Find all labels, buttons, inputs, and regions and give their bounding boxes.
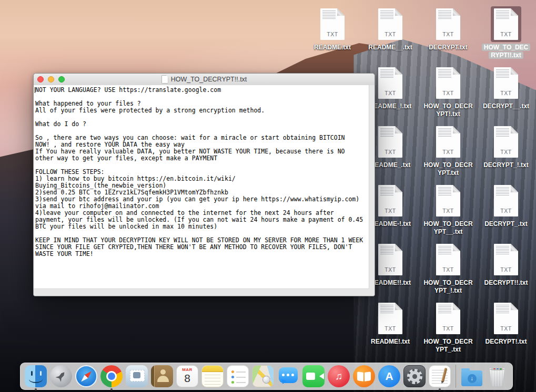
icon-label: DECRYPT!.txt: [486, 338, 527, 345]
txt-file-icon: TXT: [491, 6, 521, 42]
icon-label: README.txt: [314, 44, 351, 51]
txt-file-icon: TXT: [491, 183, 521, 219]
facetime-icon: [302, 365, 325, 387]
running-indicator: [35, 388, 37, 390]
icon-label: DECRYPT.txt: [429, 44, 468, 51]
notes-icon: [201, 365, 224, 387]
zoom-button[interactable]: [58, 76, 65, 82]
desktop-icon-decrypt-2[interactable]: TXT DECRYPT_!.txt: [477, 124, 535, 169]
document-icon: [161, 75, 168, 84]
icon-label: README-!.txt: [370, 220, 411, 228]
txt-file-icon: TXT: [491, 242, 521, 277]
desktop-icon-how-to-decrypt-2[interactable]: TXT HOW_TO_DECRYPT.txt: [419, 124, 477, 177]
txt-file-icon: TXT: [491, 124, 521, 160]
dock-item-reminders[interactable]: [226, 365, 249, 388]
txt-file-icon: TXT: [433, 6, 463, 42]
dock-item-calendar[interactable]: MAR 8: [176, 365, 199, 388]
app-store-icon: A: [378, 365, 400, 387]
dock-item-chrome[interactable]: [100, 365, 123, 388]
desktop-screen: TXT README.txt TXT README__.txt TXT DECR…: [0, 0, 536, 392]
desktop-icon-readme--[interactable]: TXT README__.txt: [361, 6, 419, 51]
icon-label: DECRYPT!!.txt: [484, 279, 528, 286]
downloads-folder-icon: ↓: [461, 370, 482, 386]
text-cursor: [35, 87, 35, 93]
icon-label: DECRYPT_!.txt: [483, 161, 529, 169]
desktop-icon-decrypt-1[interactable]: TXT DECRYPT__.txt: [477, 65, 535, 110]
dock-item-finder[interactable]: [24, 365, 47, 388]
desktop-icon-decrypt[interactable]: TXT DECRYPT.txt: [419, 6, 477, 51]
txt-file-icon: TXT: [491, 65, 521, 101]
music-note-glyph: ♫: [328, 365, 350, 387]
dock-item-notes[interactable]: [201, 365, 224, 388]
txt-file-icon: TXT: [433, 65, 463, 101]
desktop-icon-how-to-decrypt-1[interactable]: TXT HOW_TO_DECRYPT!.txt: [419, 65, 477, 118]
desktop-icon-how-to-decrypt-4[interactable]: TXT HOW_TO_DECRYPT_!.txt: [419, 242, 477, 295]
txt-file-icon: TXT: [375, 65, 406, 101]
reminders-icon: [227, 365, 249, 387]
txt-file-icon: TXT: [375, 301, 406, 336]
dock-item-facetime[interactable]: [302, 365, 325, 388]
dock-item-mail[interactable]: [125, 365, 148, 388]
desktop-icon-how-to-decrypt-selected[interactable]: TXT HOW_TO_DECRYPT!!.txt: [477, 6, 535, 59]
txt-file-icon: TXT: [491, 301, 521, 336]
txt-file-icon: TXT: [433, 124, 463, 160]
desktop-icon-decrypt-4[interactable]: TXT DECRYPT!!.txt: [477, 242, 535, 287]
dock-item-launchpad[interactable]: [49, 365, 73, 388]
dock-item-maps[interactable]: [251, 365, 275, 388]
contacts-icon: [151, 365, 173, 387]
txt-file-icon: TXT: [375, 124, 406, 160]
minimize-button[interactable]: [48, 76, 54, 82]
window-title: HOW_TO_DECRYPT!!.txt: [171, 76, 247, 83]
icon-label: HOW_TO_DECRYPT.txt: [423, 161, 472, 177]
icon-label: HOW_TO_DECRYPT_!.txt: [423, 279, 472, 294]
itunes-icon: ♫: [328, 365, 350, 387]
close-button[interactable]: [37, 76, 44, 82]
dock-item-textedit[interactable]: [428, 365, 451, 388]
txt-file-icon: TXT: [375, 6, 406, 42]
dock-item-trash[interactable]: [486, 365, 509, 388]
gear-icon: [403, 365, 426, 387]
icon-label: README_!.txt: [369, 102, 412, 110]
dock-item-contacts[interactable]: [150, 365, 174, 388]
mail-icon: [126, 365, 148, 387]
dock-item-messages[interactable]: [277, 365, 300, 388]
icon-label: HOW_TO_DECRYPT!.txt: [423, 102, 472, 118]
dock-divider: [456, 365, 456, 388]
textedit-icon: [429, 365, 451, 387]
messages-icon: [277, 365, 299, 387]
icon-label: README_.txt: [370, 161, 411, 169]
maps-icon: [252, 365, 274, 387]
desktop-icon-how-to-decrypt-5[interactable]: TXT HOW_TO_DECRYPT_.txt: [419, 301, 477, 354]
desktop-icon-decrypt-3[interactable]: TXT DECRYPT_.txt: [477, 183, 535, 228]
txt-file-icon: TXT: [375, 242, 406, 277]
desktop-icon-readme[interactable]: TXT README.txt: [304, 6, 361, 51]
window-titlebar[interactable]: HOW_TO_DECRYPT!!.txt: [34, 74, 375, 86]
ransom-note-text[interactable]: NOT YOUR LANGUAGE? USE https://translate…: [34, 85, 369, 257]
dock-item-system-preferences[interactable]: [403, 365, 426, 388]
desktop-icon-readme-5[interactable]: TXT README!.txt: [361, 301, 419, 346]
icon-label: README!.txt: [371, 338, 410, 345]
dock-item-itunes[interactable]: ♫: [327, 365, 350, 388]
icon-label: HOW_TO_DECRYPT!!.txt: [482, 44, 530, 59]
txt-file-icon: TXT: [433, 242, 463, 277]
launchpad-icon: [50, 365, 72, 387]
window-body: NOT YOUR LANGUAGE? USE https://translate…: [34, 85, 375, 296]
icon-label: README!!.txt: [370, 279, 411, 286]
dock-item-ibooks[interactable]: [352, 365, 376, 388]
txt-file-icon: TXT: [317, 6, 348, 42]
txt-file-icon: TXT: [433, 301, 463, 336]
dock: MAR 8 ♫ A: [20, 363, 513, 390]
running-indicator: [110, 388, 113, 390]
desktop-icon-how-to-decrypt-3[interactable]: TXT HOW_TO_DECRYPT__.txt: [419, 183, 477, 236]
chrome-icon: [100, 365, 123, 387]
text-editor-area[interactable]: NOT YOUR LANGUAGE? USE https://translate…: [34, 85, 369, 289]
txt-file-icon: TXT: [375, 183, 406, 219]
running-indicator: [439, 388, 441, 390]
finder-icon: [25, 365, 47, 387]
app-store-a-glyph: A: [378, 365, 400, 387]
dock-item-safari[interactable]: [75, 365, 98, 388]
ibooks-icon: [353, 365, 375, 387]
desktop-icon-decrypt-5[interactable]: TXT DECRYPT!.txt: [477, 301, 535, 346]
dock-item-downloads[interactable]: ↓: [460, 365, 483, 388]
dock-item-app-store[interactable]: A: [378, 365, 401, 388]
